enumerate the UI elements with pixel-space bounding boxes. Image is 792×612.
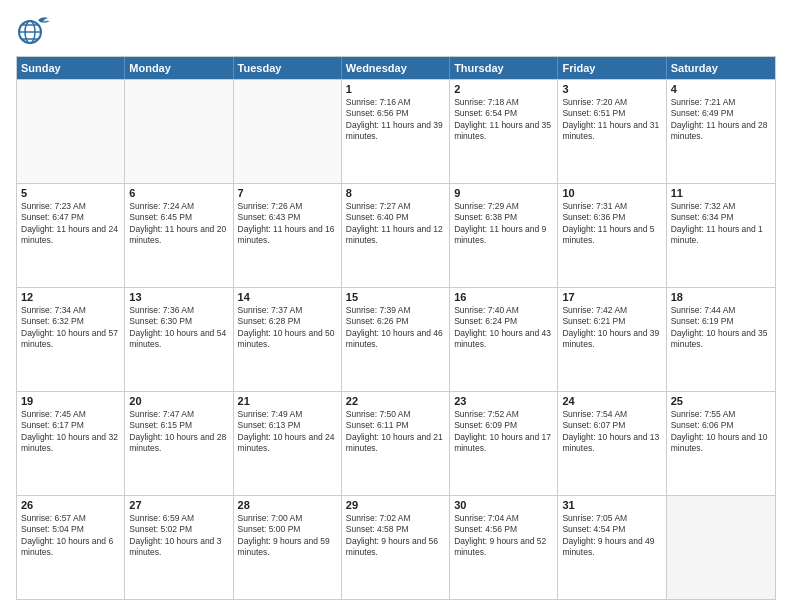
calendar-cell: 6Sunrise: 7:24 AM Sunset: 6:45 PM Daylig… (125, 184, 233, 287)
calendar-header: Sunday Monday Tuesday Wednesday Thursday… (17, 57, 775, 79)
calendar-week-3: 12Sunrise: 7:34 AM Sunset: 6:32 PM Dayli… (17, 287, 775, 391)
header-tuesday: Tuesday (234, 57, 342, 79)
day-number: 10 (562, 187, 661, 199)
day-number: 31 (562, 499, 661, 511)
calendar-cell: 23Sunrise: 7:52 AM Sunset: 6:09 PM Dayli… (450, 392, 558, 495)
calendar-cell: 12Sunrise: 7:34 AM Sunset: 6:32 PM Dayli… (17, 288, 125, 391)
calendar-cell: 7Sunrise: 7:26 AM Sunset: 6:43 PM Daylig… (234, 184, 342, 287)
day-info: Sunrise: 7:26 AM Sunset: 6:43 PM Dayligh… (238, 201, 337, 247)
day-number: 5 (21, 187, 120, 199)
day-info: Sunrise: 7:50 AM Sunset: 6:11 PM Dayligh… (346, 409, 445, 455)
calendar-cell: 14Sunrise: 7:37 AM Sunset: 6:28 PM Dayli… (234, 288, 342, 391)
day-number: 19 (21, 395, 120, 407)
day-info: Sunrise: 7:05 AM Sunset: 4:54 PM Dayligh… (562, 513, 661, 559)
calendar-cell: 29Sunrise: 7:02 AM Sunset: 4:58 PM Dayli… (342, 496, 450, 599)
calendar-cell: 24Sunrise: 7:54 AM Sunset: 6:07 PM Dayli… (558, 392, 666, 495)
day-number: 9 (454, 187, 553, 199)
calendar-cell: 17Sunrise: 7:42 AM Sunset: 6:21 PM Dayli… (558, 288, 666, 391)
calendar-cell: 26Sunrise: 6:57 AM Sunset: 5:04 PM Dayli… (17, 496, 125, 599)
day-number: 3 (562, 83, 661, 95)
day-info: Sunrise: 7:02 AM Sunset: 4:58 PM Dayligh… (346, 513, 445, 559)
day-info: Sunrise: 7:39 AM Sunset: 6:26 PM Dayligh… (346, 305, 445, 351)
day-info: Sunrise: 7:16 AM Sunset: 6:56 PM Dayligh… (346, 97, 445, 143)
day-info: Sunrise: 7:54 AM Sunset: 6:07 PM Dayligh… (562, 409, 661, 455)
calendar-cell: 20Sunrise: 7:47 AM Sunset: 6:15 PM Dayli… (125, 392, 233, 495)
header-monday: Monday (125, 57, 233, 79)
day-info: Sunrise: 7:24 AM Sunset: 6:45 PM Dayligh… (129, 201, 228, 247)
header (16, 12, 776, 48)
day-number: 22 (346, 395, 445, 407)
day-info: Sunrise: 7:34 AM Sunset: 6:32 PM Dayligh… (21, 305, 120, 351)
calendar-cell: 4Sunrise: 7:21 AM Sunset: 6:49 PM Daylig… (667, 80, 775, 183)
day-info: Sunrise: 7:45 AM Sunset: 6:17 PM Dayligh… (21, 409, 120, 455)
day-info: Sunrise: 7:20 AM Sunset: 6:51 PM Dayligh… (562, 97, 661, 143)
header-thursday: Thursday (450, 57, 558, 79)
calendar-cell: 22Sunrise: 7:50 AM Sunset: 6:11 PM Dayli… (342, 392, 450, 495)
day-number: 28 (238, 499, 337, 511)
day-info: Sunrise: 7:21 AM Sunset: 6:49 PM Dayligh… (671, 97, 771, 143)
calendar-cell: 30Sunrise: 7:04 AM Sunset: 4:56 PM Dayli… (450, 496, 558, 599)
day-number: 25 (671, 395, 771, 407)
calendar-cell: 19Sunrise: 7:45 AM Sunset: 6:17 PM Dayli… (17, 392, 125, 495)
day-number: 23 (454, 395, 553, 407)
calendar-cell: 15Sunrise: 7:39 AM Sunset: 6:26 PM Dayli… (342, 288, 450, 391)
day-number: 18 (671, 291, 771, 303)
day-number: 29 (346, 499, 445, 511)
day-number: 20 (129, 395, 228, 407)
calendar-cell: 16Sunrise: 7:40 AM Sunset: 6:24 PM Dayli… (450, 288, 558, 391)
header-saturday: Saturday (667, 57, 775, 79)
day-info: Sunrise: 7:29 AM Sunset: 6:38 PM Dayligh… (454, 201, 553, 247)
logo (16, 12, 52, 48)
calendar-body: 1Sunrise: 7:16 AM Sunset: 6:56 PM Daylig… (17, 79, 775, 599)
day-info: Sunrise: 7:49 AM Sunset: 6:13 PM Dayligh… (238, 409, 337, 455)
day-number: 11 (671, 187, 771, 199)
calendar-cell: 2Sunrise: 7:18 AM Sunset: 6:54 PM Daylig… (450, 80, 558, 183)
day-number: 14 (238, 291, 337, 303)
calendar-week-1: 1Sunrise: 7:16 AM Sunset: 6:56 PM Daylig… (17, 79, 775, 183)
calendar-week-5: 26Sunrise: 6:57 AM Sunset: 5:04 PM Dayli… (17, 495, 775, 599)
calendar-cell: 28Sunrise: 7:00 AM Sunset: 5:00 PM Dayli… (234, 496, 342, 599)
day-number: 2 (454, 83, 553, 95)
day-info: Sunrise: 7:36 AM Sunset: 6:30 PM Dayligh… (129, 305, 228, 351)
day-number: 17 (562, 291, 661, 303)
calendar-cell (234, 80, 342, 183)
header-sunday: Sunday (17, 57, 125, 79)
day-info: Sunrise: 7:00 AM Sunset: 5:00 PM Dayligh… (238, 513, 337, 559)
calendar-cell: 21Sunrise: 7:49 AM Sunset: 6:13 PM Dayli… (234, 392, 342, 495)
calendar-cell: 3Sunrise: 7:20 AM Sunset: 6:51 PM Daylig… (558, 80, 666, 183)
calendar-cell: 9Sunrise: 7:29 AM Sunset: 6:38 PM Daylig… (450, 184, 558, 287)
logo-icon (16, 12, 52, 48)
day-number: 4 (671, 83, 771, 95)
day-info: Sunrise: 6:57 AM Sunset: 5:04 PM Dayligh… (21, 513, 120, 559)
day-info: Sunrise: 7:32 AM Sunset: 6:34 PM Dayligh… (671, 201, 771, 247)
day-info: Sunrise: 6:59 AM Sunset: 5:02 PM Dayligh… (129, 513, 228, 559)
calendar-cell: 25Sunrise: 7:55 AM Sunset: 6:06 PM Dayli… (667, 392, 775, 495)
day-number: 30 (454, 499, 553, 511)
calendar-week-4: 19Sunrise: 7:45 AM Sunset: 6:17 PM Dayli… (17, 391, 775, 495)
day-info: Sunrise: 7:31 AM Sunset: 6:36 PM Dayligh… (562, 201, 661, 247)
calendar-cell (667, 496, 775, 599)
day-number: 26 (21, 499, 120, 511)
header-wednesday: Wednesday (342, 57, 450, 79)
calendar-cell: 18Sunrise: 7:44 AM Sunset: 6:19 PM Dayli… (667, 288, 775, 391)
day-info: Sunrise: 7:18 AM Sunset: 6:54 PM Dayligh… (454, 97, 553, 143)
calendar-cell (17, 80, 125, 183)
calendar-cell: 27Sunrise: 6:59 AM Sunset: 5:02 PM Dayli… (125, 496, 233, 599)
day-number: 12 (21, 291, 120, 303)
day-number: 6 (129, 187, 228, 199)
calendar-cell: 5Sunrise: 7:23 AM Sunset: 6:47 PM Daylig… (17, 184, 125, 287)
day-number: 21 (238, 395, 337, 407)
day-number: 7 (238, 187, 337, 199)
calendar-week-2: 5Sunrise: 7:23 AM Sunset: 6:47 PM Daylig… (17, 183, 775, 287)
day-info: Sunrise: 7:23 AM Sunset: 6:47 PM Dayligh… (21, 201, 120, 247)
day-number: 27 (129, 499, 228, 511)
day-info: Sunrise: 7:37 AM Sunset: 6:28 PM Dayligh… (238, 305, 337, 351)
day-number: 15 (346, 291, 445, 303)
day-info: Sunrise: 7:04 AM Sunset: 4:56 PM Dayligh… (454, 513, 553, 559)
day-info: Sunrise: 7:42 AM Sunset: 6:21 PM Dayligh… (562, 305, 661, 351)
page: Sunday Monday Tuesday Wednesday Thursday… (0, 0, 792, 612)
calendar-cell: 8Sunrise: 7:27 AM Sunset: 6:40 PM Daylig… (342, 184, 450, 287)
calendar: Sunday Monday Tuesday Wednesday Thursday… (16, 56, 776, 600)
day-number: 1 (346, 83, 445, 95)
day-info: Sunrise: 7:55 AM Sunset: 6:06 PM Dayligh… (671, 409, 771, 455)
